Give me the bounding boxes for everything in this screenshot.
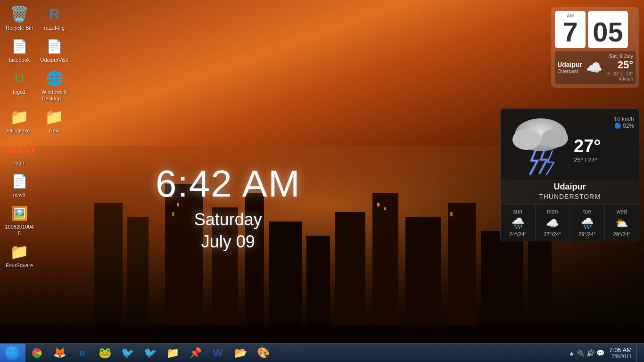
desktop-icon-logo[interactable]: raavl logo [2, 137, 36, 168]
forecast-mon-name: mon [538, 208, 568, 215]
razzil-icon: R [45, 5, 64, 24]
storm-svg [505, 114, 576, 180]
forecast-sun-name: sun [503, 208, 533, 215]
photo-icon: 🖼️ [10, 204, 29, 222]
storm-image [505, 114, 571, 175]
forecast-mon-icon: ☁️ [538, 217, 568, 230]
mini-city-info: Udaipur Overcast [557, 61, 582, 74]
center-time: 6:42 AM [156, 165, 301, 203]
new-folder-icon: 📁 [45, 107, 64, 126]
desktop-icons-area: 🗑️ Recycle Bin R razzil-big 📄 facebook 📄… [0, 0, 75, 273]
new-label: New [49, 128, 59, 134]
svg-rect-8 [335, 212, 365, 344]
forecast-tue-name: tue [572, 208, 602, 215]
desktop-icon-logo1[interactable]: U logo1 [2, 66, 36, 104]
svg-point-22 [512, 129, 541, 150]
taskbar-steam[interactable]: 🐦 [116, 344, 139, 362]
taskbar: 🦊 e 🐸 🐦 🐦 📁 📌 W 📂 🎨 ▲ [0, 343, 644, 362]
recycle-bin-icon: 🗑️ [10, 5, 29, 24]
forecast-tue: tue 🌧️ 29°/24° [570, 205, 605, 241]
forecast-wed-name: wed [607, 208, 637, 215]
taskbar-ie[interactable]: e [71, 344, 93, 362]
taskbar-time-display[interactable]: 7:05 AM 7/9/2011 [607, 346, 634, 359]
weather-condition: THUNDERSTORM [501, 193, 639, 204]
system-tray: ▲ 🔌 🔊 💬 [568, 349, 604, 357]
desktop-icon-delicate[interactable]: 📁 DelicateNe... [2, 105, 36, 136]
forecast-sun: sun 🌧️ 24°/24° [501, 205, 536, 241]
svg-rect-18 [377, 203, 380, 206]
svg-rect-26 [8, 354, 12, 357]
forecast-wed-icon: ⛅ [607, 217, 637, 230]
windows8-label: Windows 8 Desktop ... [39, 89, 70, 101]
weather-widget: 10 km/h 🔵 92% 27° 25° / 24° Udaipur THUN… [500, 108, 639, 241]
desktop-icon-new[interactable]: 📁 New [37, 105, 71, 136]
photo-label: 10082010045 [4, 224, 35, 236]
delicate-icon: 📁 [10, 107, 29, 126]
desktop-icon-udaipurvisit[interactable]: 📄 UdaipurVisit [37, 34, 71, 66]
clock-inner: AM 7 05 [555, 11, 636, 48]
mini-city-condition: Overcast [557, 68, 582, 74]
show-desktop-button[interactable] [636, 344, 640, 362]
svg-rect-2 [127, 217, 149, 344]
desktop-icon-recycle-bin[interactable]: 🗑️ Recycle Bin [2, 2, 36, 33]
start-button[interactable] [0, 344, 25, 362]
recycle-bin-label: Recycle Bin [6, 25, 33, 31]
forecast-wed-temp: 29°/24° [607, 231, 637, 237]
forecast-mon: mon ☁️ 27°/24° [536, 205, 570, 241]
windows-logo [8, 348, 17, 358]
svg-rect-27 [13, 354, 17, 357]
taskbar-app3[interactable]: 🐸 [93, 344, 116, 362]
mini-high-low: H: 28° L: 24° [606, 71, 633, 76]
taskbar-date: 7/9/2011 [611, 354, 632, 359]
mini-wind: 4 km/h [606, 76, 633, 82]
tray-network[interactable]: 🔌 [577, 349, 585, 357]
facebook-icon: 📄 [10, 37, 29, 56]
taskbar-firefox[interactable]: 🦊 [48, 344, 71, 362]
forecast-tue-temp: 29°/24° [572, 231, 602, 237]
weather-temp-range: 25° / 24° [574, 156, 634, 164]
weather-main-section: 10 km/h 🔵 92% 27° 25° / 24° [501, 109, 639, 180]
clock-hour: 7 [560, 18, 581, 46]
forecast-sun-icon: 🌧️ [503, 217, 533, 230]
desktop-icon-foursquare[interactable]: 📁 FourSquare [2, 240, 36, 271]
mini-city-name: Udaipur [557, 61, 582, 68]
taskbar-sticky[interactable]: 📌 [184, 344, 206, 362]
svg-rect-25 [13, 349, 17, 353]
center-clock: 6:42 AM Saturday July 09 [156, 165, 301, 252]
new3-label: new3 [13, 192, 25, 198]
taskbar-folder[interactable]: 📂 [229, 344, 252, 362]
weather-forecast-row: sun 🌧️ 24°/24° mon ☁️ 27°/24° tue 🌧️ 29°… [501, 204, 639, 241]
mini-weather-icon: ☁️ [586, 60, 603, 75]
desktop-icon-facebook[interactable]: 📄 facebook [2, 34, 36, 66]
svg-point-23 [542, 129, 568, 148]
logo1-label: logo1 [13, 89, 26, 95]
logo-label: logo [15, 160, 25, 166]
razzil-label: razzil-big [44, 25, 65, 31]
clock-hour-box: AM 7 [555, 11, 586, 48]
mini-weather-bar: Udaipur Overcast ☁️ Sat, 9 July 25° H: 2… [555, 51, 636, 84]
svg-rect-9 [372, 193, 398, 344]
svg-rect-20 [450, 212, 453, 216]
taskbar-chrome[interactable] [25, 344, 48, 362]
center-date: July 09 [156, 232, 301, 252]
tray-volume[interactable]: 🔊 [586, 349, 594, 357]
foursquare-icon: 📁 [10, 242, 29, 261]
taskbar-paint[interactable]: 🎨 [252, 344, 274, 362]
top-clock-widget: AM 7 05 Udaipur Overcast ☁️ Sat, 9 July … [551, 7, 639, 88]
weather-wind: 10 km/h [574, 116, 634, 123]
desktop-icon-photo[interactable]: 🖼️ 10082010045 [2, 201, 36, 239]
weather-city-name: Udaipur [501, 180, 639, 193]
desktop-icon-new3[interactable]: 📄 new3 [2, 169, 36, 200]
svg-rect-1 [94, 203, 123, 344]
taskbar-explorer[interactable]: 📁 [161, 344, 184, 362]
facebook-label: facebook [9, 57, 30, 63]
tray-arrow[interactable]: ▲ [568, 349, 575, 357]
tray-action-center[interactable]: 💬 [596, 349, 604, 357]
taskbar-word[interactable]: W [206, 344, 229, 362]
forecast-tue-icon: 🌧️ [572, 217, 602, 230]
clock-minute: 05 [593, 18, 623, 46]
svg-rect-14 [0, 325, 644, 344]
desktop-icon-windows8[interactable]: 🌐 Windows 8 Desktop ... [37, 66, 71, 104]
taskbar-app5[interactable]: 🐦 [139, 344, 161, 362]
desktop-icon-razzil[interactable]: R razzil-big [37, 2, 71, 33]
